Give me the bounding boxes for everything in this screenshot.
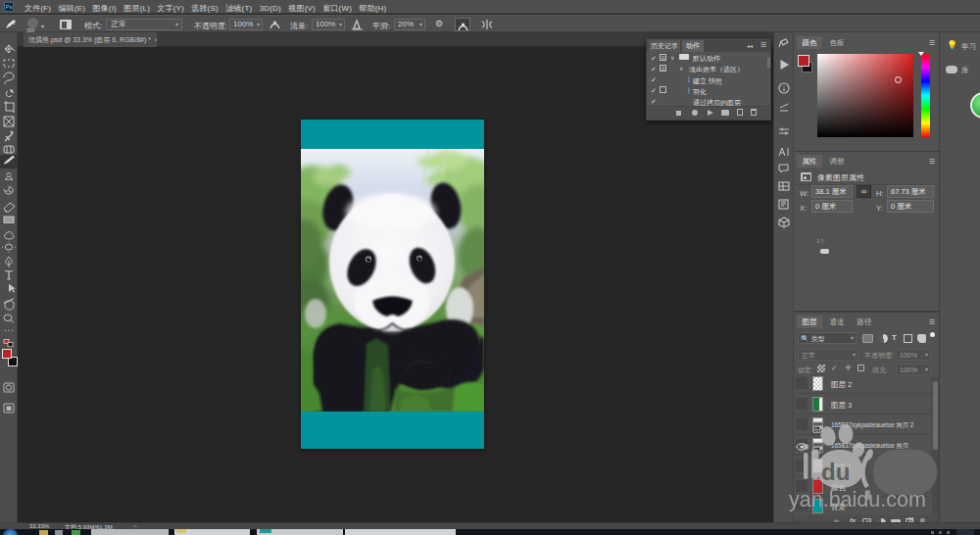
svg-text:du: du [821,459,850,485]
svg-text:yan.baidu.com: yan.baidu.com [789,488,926,511]
